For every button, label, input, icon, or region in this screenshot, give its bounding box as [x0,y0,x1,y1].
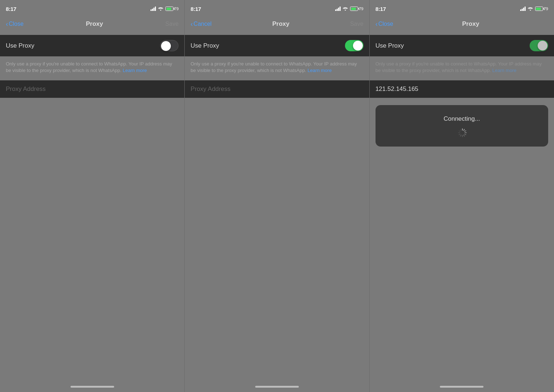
connecting-text: Connecting... [443,115,480,123]
home-indicator-1 [0,381,184,392]
svg-rect-8 [458,134,461,136]
status-bar-1: 8:17 [0,0,184,16]
use-proxy-label-2: Use Proxy [190,42,219,49]
battery-3: 79 [535,7,548,11]
svg-rect-3 [465,132,467,133]
status-bar-2: 8:17 [185,0,369,16]
learn-more-link-3[interactable]: Learn more [492,68,516,73]
signal-icon-3 [520,7,526,11]
spinner-icon [457,128,466,136]
status-icons-2: 79 [335,6,363,12]
status-icons-3: 79 [520,6,548,12]
use-proxy-label-1: Use Proxy [6,42,34,49]
info-text-1: Only use a proxy if you're unable to con… [0,57,184,80]
back-arrow-2: ‹ [190,20,193,28]
battery-text-2: 79 [359,7,363,11]
phone-panel-3: 8:17 [370,0,554,392]
signal-icon-1 [150,7,156,11]
wifi-icon-2 [342,6,348,12]
use-proxy-row-3: Use Proxy [370,35,554,56]
battery-text-1: 79 [174,7,178,11]
back-label-2: Cancel [193,21,212,27]
toggle-thumb-3 [538,41,547,51]
wifi-icon-1 [158,6,164,12]
status-time-2: 8:17 [190,6,201,12]
battery-1: 79 [165,7,178,11]
phone-panel-1: 8:17 [0,0,185,392]
back-arrow-3: ‹ [376,20,378,28]
nav-bar-2: ‹ Cancel Proxy Save [185,16,369,32]
svg-rect-9 [458,132,460,133]
home-bar-1 [71,386,114,388]
svg-rect-7 [460,135,462,137]
svg-rect-2 [464,131,466,132]
svg-rect-5 [463,135,465,137]
use-proxy-row-1: Use Proxy [0,35,184,56]
proxy-address-input-2[interactable]: Proxy Address [190,85,230,92]
back-button-1[interactable]: ‹ Close [6,20,24,28]
svg-rect-4 [464,134,466,136]
phones-container: 8:17 [0,0,554,392]
home-indicator-2 [185,381,369,392]
battery-2: 79 [350,7,363,11]
battery-text-3: 79 [544,7,548,11]
save-button-1[interactable]: Save [165,21,178,27]
use-proxy-toggle-1[interactable] [160,40,178,51]
home-bar-2 [255,386,299,388]
back-button-2[interactable]: ‹ Cancel [190,20,212,28]
connecting-overlay: Connecting... [376,105,548,147]
signal-icon-2 [335,7,341,11]
toggle-thumb-1 [161,41,171,51]
content-3: Use Proxy Only use a proxy if you're una… [370,32,554,381]
home-indicator-3 [370,381,554,392]
svg-rect-0 [462,128,463,131]
info-text-3: Only use a proxy if you're unable to con… [370,57,554,80]
nav-bar-1: ‹ Close Proxy Save [0,16,184,32]
learn-more-link-2[interactable]: Learn more [308,68,332,73]
back-arrow-1: ‹ [6,20,8,28]
nav-title-1: Proxy [86,20,103,28]
status-icons-1: 79 [150,6,178,12]
status-time-3: 8:17 [376,6,386,12]
save-button-2[interactable]: Save [350,21,363,27]
nav-title-3: Proxy [462,20,479,28]
nav-title-2: Proxy [272,20,289,28]
use-proxy-row-2: Use Proxy [185,35,369,56]
proxy-address-row-2[interactable]: Proxy Address [185,80,369,98]
learn-more-link-1[interactable]: Learn more [123,68,147,73]
back-label-3: Close [378,21,393,27]
back-label-1: Close [9,21,24,27]
proxy-address-value-3: 121.52.145.165 [376,85,418,92]
phone-panel-2: 8:17 [185,0,369,392]
nav-bar-3: ‹ Close Proxy [370,16,554,32]
wifi-icon-3 [527,6,533,12]
use-proxy-toggle-3[interactable] [530,40,548,51]
svg-rect-6 [462,135,463,137]
content-1: Use Proxy Only use a proxy if you're una… [0,32,184,381]
status-bar-3: 8:17 [370,0,554,16]
proxy-address-input-1[interactable]: Proxy Address [6,85,46,92]
use-proxy-label-3: Use Proxy [376,42,404,49]
svg-rect-10 [458,131,461,132]
svg-rect-1 [463,129,465,131]
use-proxy-toggle-2[interactable] [345,40,364,51]
info-text-2: Only use a proxy if you're unable to con… [185,57,369,80]
content-2: Use Proxy Only use a proxy if you're una… [185,32,369,381]
proxy-address-row-3[interactable]: 121.52.145.165 [370,80,554,98]
proxy-address-row-1: Proxy Address [0,80,184,98]
back-button-3[interactable]: ‹ Close [376,20,393,28]
svg-rect-11 [460,129,462,131]
status-time-1: 8:17 [6,6,16,12]
toggle-thumb-2 [353,41,363,51]
home-bar-3 [440,386,483,388]
